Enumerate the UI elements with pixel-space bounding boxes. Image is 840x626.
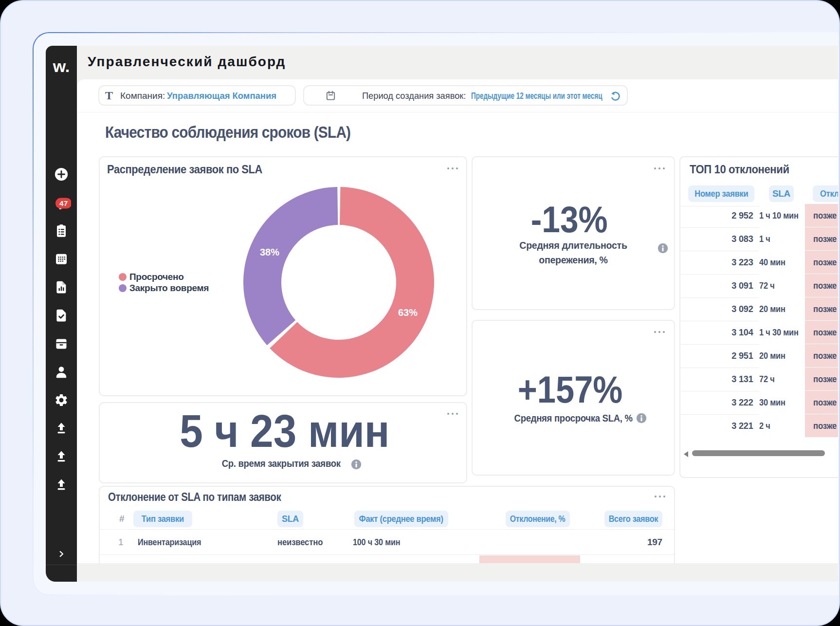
svg-text:63%: 63% [398,307,418,318]
svg-text:47: 47 [59,199,68,207]
svg-text:38%: 38% [260,247,279,258]
